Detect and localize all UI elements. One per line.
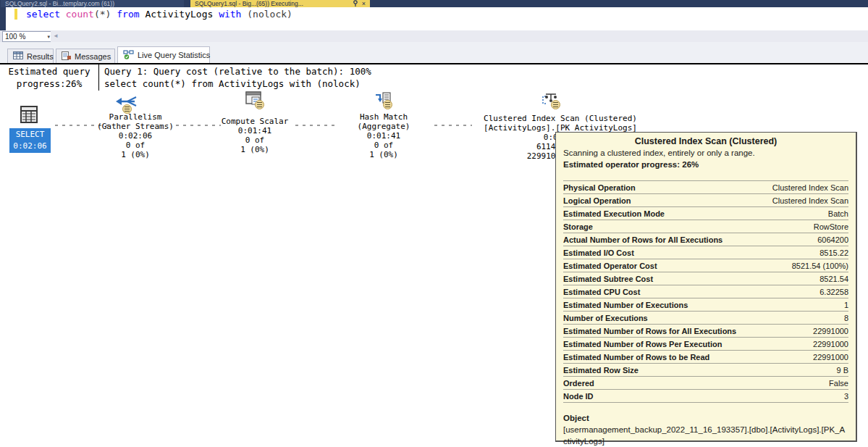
- sql-token: (*): [94, 9, 117, 20]
- plan-node-line: Clustered Index Scan (Clustered): [459, 114, 662, 123]
- plan-node-line: Hash Match: [333, 112, 434, 122]
- tooltip-row: Node ID 3: [563, 390, 848, 403]
- select-result-icon[interactable]: [20, 105, 38, 126]
- scroll-left-icon[interactable]: ◄: [53, 33, 59, 40]
- tooltip-row-label: Estimated Number of Rows Per Execution: [563, 340, 722, 348]
- sql-token: from: [117, 9, 145, 20]
- tooltip-row-label: Estimated Number of Rows for All Executi…: [563, 327, 736, 335]
- compute-scalar-icon[interactable]: [245, 91, 264, 111]
- tooltip-row-value: 8: [844, 314, 848, 322]
- tooltip-row-value: 1: [844, 301, 848, 309]
- clustered-index-scan-icon[interactable]: [542, 92, 560, 110]
- tooltip-title: Clustered Index Scan (Clustered): [563, 136, 848, 146]
- tooltip-row: Actual Number of Rows for All Executions…: [563, 233, 848, 246]
- horizontal-scrollbar[interactable]: ◄: [51, 30, 868, 42]
- tooltip-row-label: Estimated Subtree Cost: [563, 275, 653, 283]
- pin-icon[interactable]: [353, 0, 358, 7]
- tab-messages[interactable]: Messages: [56, 49, 115, 63]
- tooltip-row: Estimated Number of Rows to be Read 2299…: [563, 351, 848, 364]
- tooltip-row: Estimated Row Size 9 B: [563, 364, 848, 377]
- document-tab-sqlquery1-executing[interactable]: SQLQuery1.sql - Big...(65)) Executing...…: [190, 0, 370, 7]
- tab-label: Live Query Statistics: [138, 51, 210, 59]
- tooltip-row: Estimated Number of Executions 1: [563, 298, 848, 312]
- query-text-line: select count(*) from ActivityLogs with (…: [104, 78, 868, 90]
- sql-token: select: [26, 9, 66, 20]
- tooltip-row: Storage RowStore: [563, 220, 848, 233]
- progress-clock-badge: [383, 100, 392, 109]
- tooltip-row-value: 8521.54: [819, 275, 848, 283]
- progress-line: Estimated query: [9, 65, 90, 78]
- select-node-name: SELECT: [9, 129, 51, 141]
- sql-code-line[interactable]: select count(*) from ActivityLogs with (…: [26, 8, 292, 20]
- plan-node-line: Compute Scalar: [204, 117, 306, 126]
- tooltip-row-value: 22991000: [813, 327, 848, 335]
- tooltip-row-label: Logical Operation: [563, 196, 631, 205]
- tooltip-row: Physical Operation Clustered Index Scan: [563, 181, 848, 194]
- document-tab-sqlquery2[interactable]: SQLQuery2.sql - Bi...templary.com (61)): [1, 0, 184, 7]
- tooltip-row-value: Clustered Index Scan: [772, 196, 848, 205]
- tooltip-row-label: Ordered: [563, 379, 594, 388]
- plan-node-line: Parallelism: [85, 112, 186, 122]
- tooltip-row-label: Estimated CPU Cost: [563, 288, 640, 296]
- plan-node-line: 0 of: [85, 141, 186, 150]
- tooltip-row: Estimated CPU Cost 6.32258: [563, 285, 848, 298]
- zoom-value: 100 %: [5, 33, 25, 41]
- tooltip-row-value: 22991000: [813, 353, 848, 362]
- tooltip-row: Number of Executions 8: [563, 312, 848, 325]
- plan-node-line: 0 of: [204, 135, 306, 145]
- tooltip-row-label: Estimated Number of Executions: [563, 301, 688, 309]
- results-grid-icon: [13, 51, 23, 61]
- messages-icon: [62, 51, 71, 62]
- tooltip-row-label: Estimated Operator Cost: [563, 262, 657, 270]
- tab-label: Messages: [75, 52, 111, 61]
- tooltip-row-value: 22991000: [813, 340, 848, 348]
- plan-node-line: 0:01:41: [204, 126, 306, 135]
- close-icon[interactable]: ×: [362, 0, 366, 7]
- tooltip-row: Estimated Subtree Cost 8521.54: [563, 272, 848, 285]
- editor-indicator-margin: [0, 7, 6, 30]
- hash-match-node[interactable]: Hash Match(Aggregate)0:01:410 of1 (0%): [333, 112, 434, 159]
- tooltip-row-value: 9 B: [836, 366, 848, 375]
- zoom-dropdown[interactable]: 100 % ▾: [2, 31, 53, 42]
- sql-token: count: [66, 9, 94, 20]
- sql-token: ActivityLogs: [145, 9, 219, 20]
- plan-node-line: 0:01:41: [333, 131, 434, 141]
- tab-results[interactable]: Results: [7, 49, 54, 63]
- select-node-label[interactable]: SELECT 0:02:06: [9, 128, 51, 153]
- tooltip-row-value: RowStore: [814, 222, 848, 231]
- compute-scalar-node[interactable]: Compute Scalar0:01:410 of1 (0%): [204, 117, 306, 154]
- tooltip-row-label: Estimated Row Size: [563, 366, 639, 375]
- parallelism-node[interactable]: Parallelism(Gather Streams)0:02:060 of1 …: [85, 112, 186, 159]
- tooltip-row: Estimated Number of Rows Per Execution 2…: [563, 338, 848, 351]
- tooltip-row-value: 8521.54 (100%): [792, 262, 848, 270]
- tooltip-object-label: Object: [563, 414, 848, 422]
- document-tab-label: SQLQuery2.sql - Bi...templary.com (61)): [5, 0, 114, 7]
- plan-node-line: 0:02:06: [85, 131, 186, 141]
- tooltip-row-value: Clustered Index Scan: [772, 183, 848, 192]
- select-node-time: 0:02:06: [9, 141, 51, 152]
- track-changes-bar: [14, 9, 17, 20]
- tooltip-table: Physical Operation Clustered Index Scan …: [563, 180, 848, 403]
- parallelism-icon[interactable]: [114, 95, 138, 112]
- sql-token: (nolock): [247, 9, 292, 20]
- editor-bottom-bar: 100 % ▾ ◄: [0, 30, 868, 42]
- tooltip-row-value: False: [829, 379, 848, 388]
- tooltip-row-value: 6.32258: [819, 288, 848, 296]
- query-stats-header: Estimated query progress:26% Query 1: Qu…: [0, 63, 868, 92]
- tab-live-query-statistics[interactable]: Live Query Statistics: [117, 46, 210, 63]
- hash-match-icon[interactable]: [374, 92, 393, 110]
- operator-tooltip: Clustered Index Scan (Clustered) Scannin…: [555, 132, 857, 442]
- progress-clock-badge: [551, 100, 560, 109]
- tooltip-row-label: Storage: [563, 222, 593, 231]
- document-tab-label: SQLQuery1.sql - Big...(65)) Executing...: [195, 0, 349, 7]
- tooltip-row-label: Estimated I/O Cost: [563, 248, 634, 257]
- progress-clock-badge: [255, 100, 264, 109]
- query-editor[interactable]: select count(*) from ActivityLogs with (…: [0, 7, 868, 30]
- estimated-progress-cell: Estimated query progress:26%: [0, 64, 99, 91]
- document-tabstrip: SQLQuery2.sql - Bi...templary.com (61)) …: [0, 0, 868, 7]
- results-tabstrip: Results Messages Live Query Statistics: [0, 42, 868, 63]
- tooltip-row-label: Estimated Execution Mode: [563, 209, 665, 218]
- tooltip-row-value: Batch: [828, 209, 848, 218]
- tooltip-row: Estimated Number of Rows for All Executi…: [563, 325, 848, 338]
- tooltip-description: Scanning a clustered index, entirely or …: [563, 149, 848, 157]
